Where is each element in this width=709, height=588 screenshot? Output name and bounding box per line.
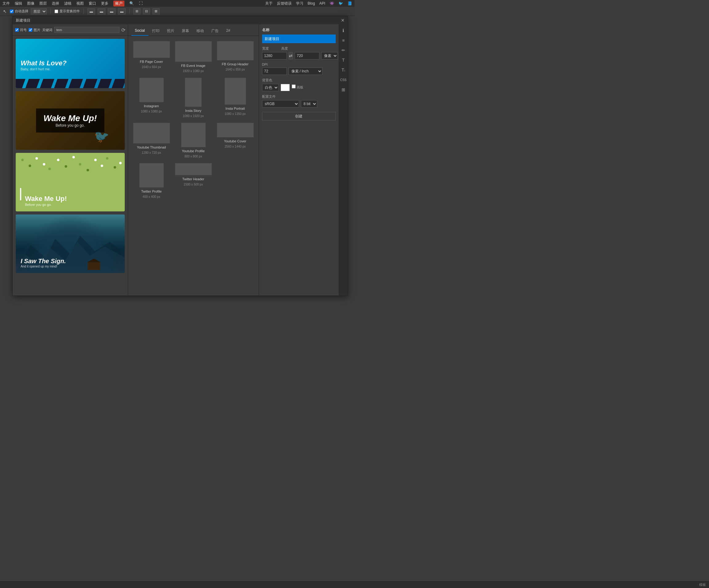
auto-select-checkbox[interactable] xyxy=(10,9,14,13)
size-yt-thumb: 1280 x 720 px xyxy=(142,151,161,154)
grid-item-yt-cover[interactable]: Youtube Cover 2560 x 1440 px xyxy=(217,123,254,158)
tpl3-title: Wake Me Up! xyxy=(25,195,120,203)
tab-photo[interactable]: 照片 xyxy=(163,27,178,36)
grid-item-insta-story[interactable]: Insta Story 1080 x 1920 px xyxy=(175,78,212,118)
thumb-tw-header xyxy=(175,163,212,175)
menu-edit[interactable]: 编辑 xyxy=(15,1,22,6)
grid-item-yt-profile[interactable]: Youtube Profile 800 x 800 px xyxy=(175,123,212,158)
menu-more[interactable]: 更多 xyxy=(101,1,108,6)
width-input[interactable] xyxy=(262,52,287,59)
toolbar-sep-3 xyxy=(129,9,130,14)
spacing-btn[interactable]: ⊠ xyxy=(153,8,160,15)
show-transform-checkbox[interactable] xyxy=(54,9,58,13)
template-card-2[interactable]: 🐦 Wake Me Up! Before you go go. xyxy=(16,91,125,150)
thumb-yt-cover xyxy=(217,123,254,137)
tab-other[interactable]: 2# xyxy=(222,27,234,36)
grid-item-fb-group[interactable]: FB Group Header 1640 x 856 px xyxy=(217,41,254,73)
unit-select[interactable]: 像素 xyxy=(321,52,338,59)
move-tool-btn[interactable]: ↖ xyxy=(2,8,7,15)
project-name-input[interactable] xyxy=(262,34,336,43)
tab-screen[interactable]: 屏幕 xyxy=(178,27,193,36)
tab-mobile[interactable]: 移动 xyxy=(193,27,208,36)
size-fb-event: 1920 x 1080 px xyxy=(183,69,204,73)
refresh-btn[interactable]: ⟳ xyxy=(121,27,125,33)
dialog-close-btn[interactable]: ✕ xyxy=(341,18,345,23)
menu-about[interactable]: 关于 xyxy=(265,1,272,6)
new-doc-btn-4[interactable]: ▬ xyxy=(118,8,126,15)
dpi-input[interactable] xyxy=(262,68,287,75)
new-doc-btn-2[interactable]: ▬ xyxy=(98,8,105,15)
align-btn[interactable]: ⊞ xyxy=(133,8,140,15)
size-fb-group: 1640 x 856 px xyxy=(226,68,245,71)
brush-icon[interactable]: ✏ xyxy=(339,46,348,55)
menu-twitter-icon[interactable]: 🐦 xyxy=(339,1,343,5)
profile-select[interactable]: sRGB xyxy=(262,100,299,107)
right-icon-panel: ℹ ≡ ✏ T Tᵢ CSS ⊞ xyxy=(339,24,348,294)
grid-item-insta-portrait[interactable]: Insta Portrait 1080 x 1350 px xyxy=(217,78,254,118)
grid-item-tw-header[interactable]: Twitter Header 1500 x 500 px xyxy=(175,163,212,199)
tpl4-title: I Saw The Sign. xyxy=(21,258,66,265)
grid-item-fb-page-cover[interactable]: FB Page Cover 1640 x 664 px xyxy=(133,41,170,73)
canvas-label[interactable]: 画板 xyxy=(292,84,304,90)
menu-feedback[interactable]: 反馈错误 xyxy=(277,1,292,6)
grid-item-yt-thumb[interactable]: Youtube Thumbnail 1280 x 720 px xyxy=(133,123,170,158)
new-doc-btn-3[interactable]: ▬ xyxy=(108,8,115,15)
grid-item-instagram[interactable]: Instagram 1080 x 1080 px xyxy=(133,78,170,118)
menu-facebook-icon[interactable]: 📘 xyxy=(347,1,352,5)
search-input[interactable] xyxy=(54,27,120,33)
menu-select[interactable]: 选择 xyxy=(52,1,59,6)
menu-layer[interactable]: 图层 xyxy=(40,1,47,6)
tab-ad[interactable]: 广告 xyxy=(208,27,222,36)
label-tw-profile: Twitter Profile xyxy=(141,189,162,193)
layer-select[interactable]: 图层 xyxy=(31,8,47,15)
grid-item-tw-profile[interactable]: Twitter Profile 400 x 400 px xyxy=(133,163,170,199)
label-yt-thumb: Youtube Thumbnail xyxy=(137,146,166,149)
tpl3-dots xyxy=(16,153,125,182)
menu-search-icon[interactable]: 🔍 xyxy=(129,1,134,5)
grid-item-fb-event[interactable]: FB Event Image 1920 x 1080 px xyxy=(175,41,212,73)
menu-api[interactable]: API xyxy=(319,1,325,5)
type-icon[interactable]: Tᵢ xyxy=(339,66,348,74)
menu-fullscreen-icon[interactable]: ⛶ xyxy=(139,1,142,5)
menu-account[interactable]: 账户 xyxy=(113,1,125,6)
auto-select-label[interactable]: 自动选择 xyxy=(10,9,28,14)
show-transform-label[interactable]: 显示变换控件 xyxy=(54,9,80,14)
bg-color-name-select[interactable]: 白色 xyxy=(262,84,279,91)
menu-image[interactable]: 图像 xyxy=(27,1,34,6)
color-swatch[interactable] xyxy=(281,84,290,91)
menu-filter[interactable]: 滤镜 xyxy=(64,1,72,6)
list-icon[interactable]: ≡ xyxy=(339,36,348,45)
info-icon[interactable]: ℹ xyxy=(339,26,348,35)
menu-view[interactable]: 视图 xyxy=(76,1,84,6)
template-card-1[interactable]: What Is Love? Baby, don't hurt me. xyxy=(16,39,125,88)
distribute-btn[interactable]: ⊟ xyxy=(143,8,150,15)
size-yt-profile: 800 x 800 px xyxy=(184,155,202,158)
template-card-4[interactable]: I Saw The Sign. And it opened up my mind… xyxy=(16,214,125,273)
new-doc-btn-1[interactable]: ▬ xyxy=(87,8,95,15)
symbol-checkbox[interactable] xyxy=(15,28,19,32)
tab-social[interactable]: Social xyxy=(131,27,149,36)
menu-reddit-icon[interactable]: 👾 xyxy=(330,1,334,5)
canvas-checkbox[interactable] xyxy=(292,84,296,88)
menu-window[interactable]: 窗口 xyxy=(89,1,96,6)
height-input[interactable] xyxy=(295,52,319,59)
dpi-unit-select[interactable]: 像素 / Inch xyxy=(289,68,322,75)
category-tabs: Social 打印 照片 屏幕 移动 广告 2# xyxy=(128,24,259,36)
template-list: What Is Love? Baby, don't hurt me. xyxy=(12,36,128,294)
menu-learn[interactable]: 学习 xyxy=(296,1,304,6)
menu-file[interactable]: 文件 xyxy=(2,1,10,6)
image-checkbox[interactable] xyxy=(29,28,32,32)
tab-print[interactable]: 打印 xyxy=(149,27,163,36)
css-icon[interactable]: CSS xyxy=(339,76,348,84)
bit-select[interactable]: 8 bit xyxy=(301,100,317,107)
layers-icon[interactable]: ⊞ xyxy=(339,85,348,94)
menu-blog[interactable]: Blog xyxy=(308,1,315,5)
create-button[interactable]: 创建 xyxy=(262,112,336,121)
text-icon[interactable]: T xyxy=(339,56,348,65)
tpl1-subtitle: Baby, don't hurt me. xyxy=(21,67,120,71)
template-card-3[interactable]: Wake Me Up! Before you go go. xyxy=(16,153,125,211)
bg-color-label: 背景色 xyxy=(262,78,336,83)
swap-dimensions-btn[interactable]: ⇄ xyxy=(289,52,293,59)
image-label[interactable]: 图片 xyxy=(29,28,41,32)
symbol-label[interactable]: 符号 xyxy=(15,28,27,32)
